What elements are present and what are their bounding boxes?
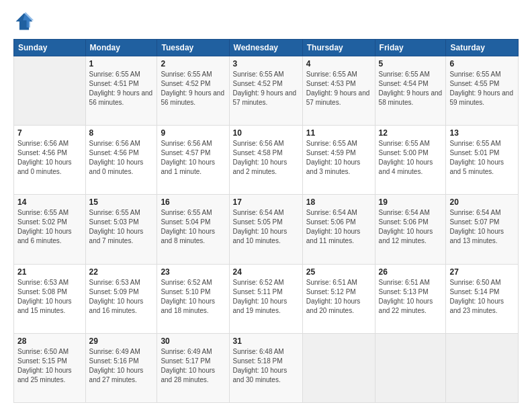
weekday-header-row: SundayMondayTuesdayWednesdayThursdayFrid… — [14, 40, 519, 56]
day-info: Sunrise: 6:50 AMSunset: 5:14 PMDaylight:… — [449, 278, 515, 316]
day-info: Sunrise: 6:49 AMSunset: 5:17 PMDaylight:… — [161, 347, 225, 385]
day-number: 21 — [17, 267, 82, 277]
day-info: Sunrise: 6:54 AMSunset: 5:06 PMDaylight:… — [306, 208, 371, 246]
day-info: Sunrise: 6:55 AMSunset: 4:51 PMDaylight:… — [89, 70, 154, 107]
day-info: Sunrise: 6:51 AMSunset: 5:12 PMDaylight:… — [306, 278, 371, 316]
header — [13, 11, 519, 32]
day-number: 1 — [89, 59, 154, 68]
day-number: 2 — [161, 59, 225, 68]
calendar-cell: 14Sunrise: 6:55 AMSunset: 5:02 PMDayligh… — [14, 195, 86, 264]
calendar-cell: 11Sunrise: 6:55 AMSunset: 4:59 PMDayligh… — [302, 126, 375, 195]
calendar-cell: 13Sunrise: 6:55 AMSunset: 5:01 PMDayligh… — [446, 126, 519, 195]
calendar-cell: 7Sunrise: 6:56 AMSunset: 4:56 PMDaylight… — [14, 126, 86, 195]
day-info: Sunrise: 6:50 AMSunset: 5:15 PMDaylight:… — [17, 347, 82, 385]
day-number: 3 — [233, 59, 299, 68]
day-info: Sunrise: 6:54 AMSunset: 5:05 PMDaylight:… — [233, 208, 299, 246]
day-info: Sunrise: 6:55 AMSunset: 5:03 PMDaylight:… — [89, 208, 154, 246]
day-info: Sunrise: 6:53 AMSunset: 5:09 PMDaylight:… — [89, 278, 154, 316]
calendar-cell — [446, 333, 519, 402]
calendar-cell: 2Sunrise: 6:55 AMSunset: 4:52 PMDaylight… — [157, 56, 229, 126]
calendar-cell: 17Sunrise: 6:54 AMSunset: 5:05 PMDayligh… — [229, 195, 302, 264]
day-info: Sunrise: 6:51 AMSunset: 5:13 PMDaylight:… — [379, 278, 443, 316]
calendar-week-row: 14Sunrise: 6:55 AMSunset: 5:02 PMDayligh… — [14, 195, 519, 264]
calendar-cell — [302, 333, 375, 402]
calendar-cell — [375, 333, 446, 402]
day-info: Sunrise: 6:55 AMSunset: 5:02 PMDaylight:… — [17, 208, 82, 246]
day-number: 27 — [449, 267, 515, 277]
day-info: Sunrise: 6:48 AMSunset: 5:18 PMDaylight:… — [233, 347, 299, 385]
calendar-cell: 12Sunrise: 6:55 AMSunset: 5:00 PMDayligh… — [375, 126, 446, 195]
calendar-cell: 23Sunrise: 6:52 AMSunset: 5:10 PMDayligh… — [157, 264, 229, 333]
calendar-cell: 24Sunrise: 6:52 AMSunset: 5:11 PMDayligh… — [229, 264, 302, 333]
calendar-cell: 26Sunrise: 6:51 AMSunset: 5:13 PMDayligh… — [375, 264, 446, 333]
calendar-cell: 28Sunrise: 6:50 AMSunset: 5:15 PMDayligh… — [14, 333, 86, 402]
calendar-cell: 22Sunrise: 6:53 AMSunset: 5:09 PMDayligh… — [85, 264, 157, 333]
day-info: Sunrise: 6:49 AMSunset: 5:16 PMDaylight:… — [89, 347, 154, 385]
calendar-cell: 9Sunrise: 6:56 AMSunset: 4:57 PMDaylight… — [157, 126, 229, 195]
day-number: 25 — [306, 267, 371, 277]
calendar-cell: 29Sunrise: 6:49 AMSunset: 5:16 PMDayligh… — [85, 333, 157, 402]
day-info: Sunrise: 6:55 AMSunset: 4:52 PMDaylight:… — [161, 70, 225, 107]
day-info: Sunrise: 6:53 AMSunset: 5:08 PMDaylight:… — [17, 278, 82, 316]
calendar-week-row: 21Sunrise: 6:53 AMSunset: 5:08 PMDayligh… — [14, 264, 519, 333]
calendar-cell: 5Sunrise: 6:55 AMSunset: 4:54 PMDaylight… — [375, 56, 446, 126]
logo — [13, 11, 38, 32]
day-number: 20 — [449, 197, 515, 207]
day-number: 16 — [161, 197, 225, 207]
day-number: 10 — [233, 128, 299, 138]
day-number: 26 — [379, 267, 443, 277]
day-number: 28 — [17, 336, 82, 346]
weekday-header-wednesday: Wednesday — [229, 40, 302, 56]
day-number: 30 — [161, 336, 225, 346]
weekday-header-thursday: Thursday — [302, 40, 375, 56]
calendar-cell: 25Sunrise: 6:51 AMSunset: 5:12 PMDayligh… — [302, 264, 375, 333]
calendar-cell: 20Sunrise: 6:54 AMSunset: 5:07 PMDayligh… — [446, 195, 519, 264]
weekday-header-friday: Friday — [375, 40, 446, 56]
day-info: Sunrise: 6:56 AMSunset: 4:56 PMDaylight:… — [17, 139, 82, 177]
calendar-header: SundayMondayTuesdayWednesdayThursdayFrid… — [14, 40, 519, 56]
day-number: 5 — [379, 59, 443, 68]
day-number: 22 — [89, 267, 154, 277]
day-info: Sunrise: 6:52 AMSunset: 5:11 PMDaylight:… — [233, 278, 299, 316]
day-info: Sunrise: 6:55 AMSunset: 5:01 PMDaylight:… — [449, 139, 515, 177]
calendar-cell: 18Sunrise: 6:54 AMSunset: 5:06 PMDayligh… — [302, 195, 375, 264]
day-info: Sunrise: 6:52 AMSunset: 5:10 PMDaylight:… — [161, 278, 225, 316]
day-number: 6 — [449, 59, 515, 68]
calendar-week-row: 28Sunrise: 6:50 AMSunset: 5:15 PMDayligh… — [14, 333, 519, 402]
day-info: Sunrise: 6:55 AMSunset: 4:52 PMDaylight:… — [233, 70, 299, 107]
day-info: Sunrise: 6:55 AMSunset: 5:04 PMDaylight:… — [161, 208, 225, 246]
weekday-header-sunday: Sunday — [14, 40, 86, 56]
logo-icon — [13, 11, 35, 32]
calendar-body: 1Sunrise: 6:55 AMSunset: 4:51 PMDaylight… — [14, 56, 519, 403]
day-number: 24 — [233, 267, 299, 277]
calendar-cell: 30Sunrise: 6:49 AMSunset: 5:17 PMDayligh… — [157, 333, 229, 402]
day-number: 18 — [306, 197, 371, 207]
day-info: Sunrise: 6:55 AMSunset: 4:53 PMDaylight:… — [306, 70, 371, 107]
calendar-cell: 1Sunrise: 6:55 AMSunset: 4:51 PMDaylight… — [85, 56, 157, 126]
weekday-header-tuesday: Tuesday — [157, 40, 229, 56]
calendar-week-row: 7Sunrise: 6:56 AMSunset: 4:56 PMDaylight… — [14, 126, 519, 195]
weekday-header-monday: Monday — [85, 40, 157, 56]
calendar-cell: 31Sunrise: 6:48 AMSunset: 5:18 PMDayligh… — [229, 333, 302, 402]
day-number: 31 — [233, 336, 299, 346]
calendar-cell: 16Sunrise: 6:55 AMSunset: 5:04 PMDayligh… — [157, 195, 229, 264]
calendar-cell: 27Sunrise: 6:50 AMSunset: 5:14 PMDayligh… — [446, 264, 519, 333]
day-number: 15 — [89, 197, 154, 207]
day-info: Sunrise: 6:54 AMSunset: 5:07 PMDaylight:… — [449, 208, 515, 246]
day-info: Sunrise: 6:56 AMSunset: 4:57 PMDaylight:… — [161, 139, 225, 177]
day-number: 4 — [306, 59, 371, 68]
calendar-page: SundayMondayTuesdayWednesdayThursdayFrid… — [0, 0, 532, 411]
day-number: 19 — [379, 197, 443, 207]
day-number: 17 — [233, 197, 299, 207]
day-info: Sunrise: 6:55 AMSunset: 4:54 PMDaylight:… — [379, 70, 443, 107]
day-number: 29 — [89, 336, 154, 346]
calendar-cell: 21Sunrise: 6:53 AMSunset: 5:08 PMDayligh… — [14, 264, 86, 333]
day-number: 9 — [161, 128, 225, 138]
day-info: Sunrise: 6:56 AMSunset: 4:56 PMDaylight:… — [89, 139, 154, 177]
day-info: Sunrise: 6:54 AMSunset: 5:06 PMDaylight:… — [379, 208, 443, 246]
calendar-table: SundayMondayTuesdayWednesdayThursdayFrid… — [13, 39, 519, 403]
day-info: Sunrise: 6:55 AMSunset: 4:59 PMDaylight:… — [306, 139, 371, 177]
day-number: 11 — [306, 128, 371, 138]
calendar-cell: 10Sunrise: 6:56 AMSunset: 4:58 PMDayligh… — [229, 126, 302, 195]
day-number: 8 — [89, 128, 154, 138]
